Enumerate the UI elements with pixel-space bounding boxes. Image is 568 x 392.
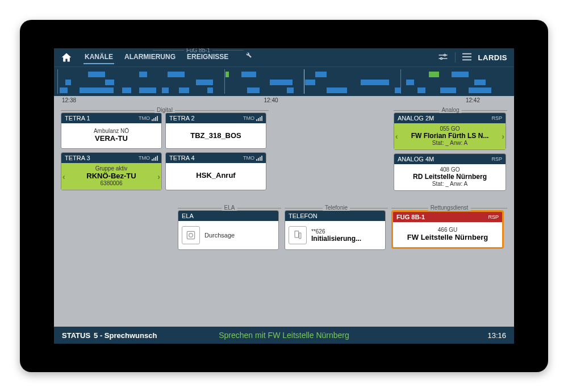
signal-icon: [256, 156, 262, 161]
channel-tetra2[interactable]: TETRA 2 TMO TBZ_318_BOS: [165, 112, 266, 149]
title-divider: [153, 50, 184, 51]
timeline-event: [474, 80, 486, 85]
topbar-right: LARDIS: [438, 52, 507, 62]
timeline-event: [80, 87, 114, 93]
channel-main: FW Florian Fürth LS N...: [398, 132, 502, 140]
group-ela: ELA ELA Durchsage: [178, 205, 281, 250]
group-rettungsdienst: Rettungsdienst FUG 8B-1 RSP 466 GU FW Le…: [391, 205, 507, 250]
timeline-event: [469, 87, 491, 93]
timeline-event: [315, 72, 327, 77]
channel-title: ANALOG 4M: [398, 156, 434, 162]
channel-telefon[interactable]: TELEFON **626 Initialisierung...: [285, 210, 386, 250]
brand-label: LARDIS: [478, 53, 507, 62]
channel-fug8b1[interactable]: FUG 8B-1 RSP 466 GU FW Leitstelle Nürnbe…: [391, 210, 504, 249]
timeline-labels: 12:38 12:40 12:42: [54, 96, 514, 103]
channel-title: FUG 8B-1: [396, 214, 425, 220]
settings-icon[interactable]: [438, 53, 448, 62]
channel-analog4m[interactable]: ANALOG 4M RSP 408 GO RD Leitstelle Nürnb…: [394, 153, 506, 191]
channel-title: TETRA 1: [65, 115, 90, 122]
channel-mode: RSP: [488, 214, 499, 220]
channel-mode: RSP: [491, 115, 502, 121]
channel-title: TETRA 4: [169, 155, 195, 161]
device-frame: FuG 8b-1 KANÄLE ALARMIERUNG EREIGNISSE: [20, 20, 548, 372]
svg-rect-9: [295, 231, 299, 238]
group-label-ela: ELA: [222, 205, 237, 211]
timeline-event: [417, 87, 425, 93]
channel-mode: RSP: [491, 156, 502, 162]
status-bar: STATUS 5 - Sprechwunsch Sprechen mit FW …: [54, 327, 514, 344]
group-label-telefonie: Telefonie: [323, 205, 350, 211]
timeline-event: [60, 87, 68, 93]
chevron-left-icon[interactable]: ‹: [62, 172, 65, 181]
home-icon[interactable]: [60, 51, 73, 64]
channel-mode: TMO: [243, 155, 254, 161]
channel-tetra1[interactable]: TETRA 1 TMO Ambulanz NÖ VERA-TU: [61, 112, 162, 149]
channel-title: TELEFON: [289, 212, 318, 219]
channel-tetra3[interactable]: TETRA 3 TMO ‹ Gruppe aktiv RKNÖ-Bez-TU 6…: [61, 152, 162, 190]
channel-sub: 055 GO: [398, 126, 502, 132]
wrench-icon[interactable]: [244, 51, 252, 64]
group-telefonie: Telefonie TELEFON **626 Initialisierung.…: [285, 205, 388, 250]
channel-main: Initialisierung...: [311, 235, 361, 243]
timeline-event: [241, 72, 256, 77]
channel-main: RD Leitstelle Nürnberg: [398, 173, 502, 181]
timeline-event: [139, 87, 156, 93]
group-label-rettung: Rettungsdienst: [428, 205, 471, 211]
timeline-event: [429, 72, 439, 77]
timeline-event: [162, 87, 169, 93]
timeline-event: [287, 87, 294, 93]
menu-icon[interactable]: [462, 53, 471, 62]
timeline-event: [406, 80, 414, 85]
svg-rect-10: [299, 233, 301, 239]
timeline-event: [105, 80, 114, 85]
timeline-event: [247, 87, 260, 93]
group-digital: Digital TETRA 1 TMO Ambulanz NÖ: [61, 107, 269, 191]
channel-mode: TMO: [139, 115, 150, 121]
channel-tetra4[interactable]: TETRA 4 TMO HSK_Anruf: [165, 152, 266, 190]
svg-rect-4: [462, 53, 471, 54]
channel-title: TETRA 2: [169, 115, 195, 122]
channel-sub: Gruppe aktiv: [65, 165, 158, 172]
timeline-event: [452, 72, 469, 77]
svg-point-3: [440, 57, 442, 59]
chevron-right-icon[interactable]: ›: [157, 172, 160, 181]
timeline-marker: [224, 69, 225, 94]
channel-sub: 466 GU: [396, 227, 499, 233]
channel-sub: 408 GO: [398, 166, 502, 173]
clock: 13:16: [487, 331, 506, 340]
chevron-right-icon[interactable]: ›: [502, 132, 504, 141]
activity-timeline[interactable]: [54, 66, 514, 96]
timeline-marker: [400, 69, 401, 94]
channel-main: HSK_Anruf: [169, 171, 262, 180]
tab-kanaele[interactable]: KANÄLE: [83, 51, 114, 64]
channel-grid: Digital TETRA 1 TMO Ambulanz NÖ: [54, 103, 514, 253]
timeline-event: [305, 80, 315, 85]
title-divider: [212, 50, 244, 51]
channel-main: Durchsage: [204, 232, 235, 239]
channel-mode: TMO: [139, 155, 150, 161]
timeline-event: [395, 87, 400, 93]
channel-extra: Stat: _ Anw: A: [398, 140, 502, 146]
channel-title: TETRA 3: [65, 155, 90, 161]
divider: [455, 52, 456, 62]
timeline-event: [270, 80, 293, 85]
screen: FuG 8b-1 KANÄLE ALARMIERUNG EREIGNISSE: [54, 48, 514, 344]
chevron-left-icon[interactable]: ‹: [395, 132, 398, 141]
channel-mode: TMO: [243, 115, 254, 121]
timeline-event: [168, 72, 185, 77]
signal-icon: [152, 156, 158, 161]
signal-icon: [256, 116, 262, 121]
timeline-event: [207, 87, 213, 93]
timeline-event: [225, 72, 229, 77]
timeline-event: [440, 87, 456, 93]
timeline-event: [179, 87, 189, 93]
channel-analog2m[interactable]: ANALOG 2M RSP ‹ 055 GO FW Florian Fürth …: [394, 112, 506, 150]
svg-rect-7: [187, 231, 194, 239]
svg-rect-6: [462, 59, 471, 60]
channel-main: TBZ_318_BOS: [169, 131, 262, 140]
channel-ela[interactable]: ELA Durchsage: [178, 210, 279, 250]
context-title: FuG 8b-1: [184, 48, 212, 53]
signal-icon: [152, 116, 158, 121]
channel-title: ANALOG 2M: [398, 115, 434, 122]
timeline-event: [122, 87, 131, 93]
